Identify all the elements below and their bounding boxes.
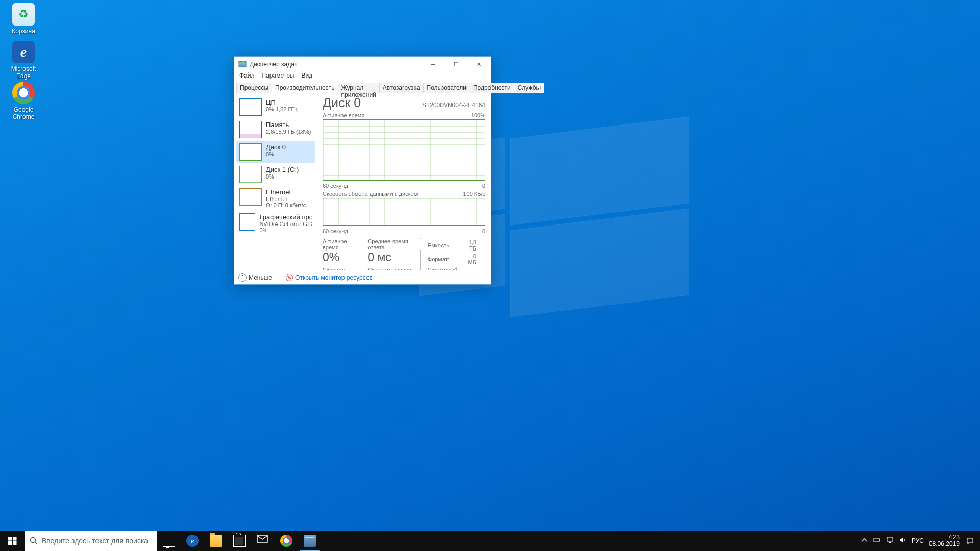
gpu-spark-icon	[239, 213, 255, 231]
menu-bar: Файл Параметры Вид	[234, 72, 491, 82]
sidebar-item-memory[interactable]: Память 2,8/15,9 ГБ (18%)	[236, 119, 315, 140]
window-titlebar[interactable]: Диспетчер задач ─ ☐ ✕	[234, 57, 491, 72]
svg-rect-7	[257, 535, 267, 542]
sidebar-item-gpu[interactable]: Графический процессор NVIDIA GeForce GTX…	[236, 211, 315, 235]
menu-file[interactable]: Файл	[238, 72, 256, 82]
sidebar-item-sub2: 0%	[259, 227, 312, 233]
recycle-bin-icon	[12, 3, 35, 26]
svg-rect-12	[967, 538, 973, 543]
desktop-icon-recycle-bin[interactable]: Корзина	[3, 3, 44, 35]
graph2-label: Скорость обмена данными с диском	[323, 191, 418, 197]
graph2-xright: 0	[482, 228, 485, 234]
open-resource-monitor-link[interactable]: Открыть монитор ресурсов	[286, 274, 373, 281]
detail-stats: Активное время 0% Скорость чтения 0 КБ/с…	[323, 238, 485, 270]
disk-spark-icon	[239, 166, 262, 183]
desktop-icon-label: Microsoft Edge	[3, 65, 44, 80]
tray-language[interactable]: РУС	[912, 537, 924, 544]
sidebar-item-cpu[interactable]: ЦП 0% 1,52 ГГц	[236, 96, 315, 118]
sidebar-item-sub: 0%	[266, 173, 299, 180]
search-icon	[30, 537, 38, 545]
tab-strip: Процессы Производительность Журнал прило…	[234, 82, 491, 93]
taskbar-app-mail[interactable]	[251, 531, 275, 551]
chrome-icon	[12, 82, 35, 104]
fewer-details-label: Меньше	[249, 274, 272, 281]
fewer-details-button[interactable]: ˄ Меньше	[238, 273, 272, 282]
stat-label: Скорость чтения	[323, 267, 356, 270]
menu-view[interactable]: Вид	[300, 72, 313, 82]
desktop-icon-label: Google Chrome	[3, 106, 44, 120]
task-manager-icon	[304, 535, 316, 547]
chrome-icon	[280, 535, 292, 547]
graph-throughput	[323, 198, 485, 226]
tab-processes[interactable]: Процессы	[236, 83, 272, 93]
folder-icon	[210, 535, 222, 547]
tray-volume-icon[interactable]	[899, 536, 906, 545]
start-button[interactable]	[0, 531, 24, 551]
taskbar-app-store[interactable]	[228, 531, 251, 551]
tray-date: 08.06.2019	[929, 541, 960, 547]
stat-label: Скорость записи	[368, 267, 413, 270]
sidebar-item-disk0[interactable]: Диск 0 0%	[236, 141, 315, 163]
tray-chevron-up[interactable]	[861, 536, 868, 545]
desktop-icon-edge[interactable]: Microsoft Edge	[3, 41, 44, 80]
sidebar-item-sub: Ethernet	[266, 196, 306, 202]
graph1-xleft: 60 секунд	[323, 183, 348, 189]
desktop-icon-chrome[interactable]: Google Chrome	[3, 82, 44, 120]
graph2-xleft: 60 секунд	[323, 228, 348, 234]
task-manager-icon	[238, 60, 247, 68]
sidebar-item-label: Память	[266, 121, 311, 129]
tray-clock[interactable]: 7:23 08.06.2019	[929, 534, 960, 547]
task-view-button[interactable]	[157, 531, 181, 551]
tab-app-history[interactable]: Журнал приложений	[338, 83, 380, 93]
window-status-bar: ˄ Меньше | Открыть монитор ресурсов	[234, 270, 491, 284]
stat-value: 0%	[323, 251, 356, 264]
tab-services[interactable]: Службы	[514, 83, 544, 93]
tray-network-icon[interactable]	[886, 536, 894, 545]
minimize-button[interactable]: ─	[422, 57, 445, 72]
svg-rect-10	[887, 537, 893, 541]
task-view-icon	[163, 535, 175, 547]
tab-performance[interactable]: Производительность	[272, 83, 338, 93]
sidebar-item-label: Диск 1 (C:)	[266, 166, 299, 173]
graph-active-time	[323, 119, 485, 181]
svg-rect-8	[874, 538, 879, 542]
svg-line-6	[35, 542, 38, 545]
windows-logo-icon	[8, 537, 17, 545]
system-tray: РУС 7:23 08.06.2019	[855, 531, 980, 551]
sidebar-item-ethernet[interactable]: Ethernet Ethernet О: 0 П: 0 кбит/с	[236, 186, 315, 210]
disk-spark-icon	[239, 143, 262, 161]
svg-rect-3	[8, 541, 12, 545]
tab-users[interactable]: Пользователи	[423, 83, 470, 93]
svg-rect-2	[13, 537, 17, 541]
taskbar-app-task-manager[interactable]	[298, 531, 322, 551]
sidebar-item-label: ЦП	[266, 98, 298, 106]
sidebar-item-disk1[interactable]: Диск 1 (C:) 0%	[236, 164, 315, 185]
taskbar-app-chrome[interactable]	[275, 531, 298, 551]
chevron-up-icon: ˄	[238, 273, 247, 282]
close-button[interactable]: ✕	[468, 57, 491, 72]
maximize-button[interactable]: ☐	[445, 57, 468, 72]
performance-sidebar: ЦП 0% 1,52 ГГц Память 2,8/15,9 ГБ (18%) …	[234, 93, 315, 270]
graph1-max: 100%	[471, 112, 485, 118]
mail-icon	[257, 535, 269, 547]
tab-startup[interactable]: Автозагрузка	[379, 83, 424, 93]
taskbar-app-edge[interactable]: e	[181, 531, 204, 551]
svg-rect-1	[8, 537, 12, 541]
graph2-max: 100 КБ/с	[463, 191, 485, 197]
sidebar-item-label: Графический процессор	[259, 213, 312, 221]
sidebar-item-sub: NVIDIA GeForce GTX 1660	[259, 221, 312, 227]
tray-battery-icon[interactable]	[873, 536, 881, 545]
tray-notifications[interactable]	[965, 532, 975, 549]
stat-value: 0 мс	[368, 251, 413, 264]
tab-details[interactable]: Подробности	[470, 83, 514, 93]
taskbar-search[interactable]: Введите здесь текст для поиска	[24, 531, 157, 551]
sidebar-item-label: Ethernet	[266, 188, 306, 196]
taskbar-app-explorer[interactable]	[204, 531, 228, 551]
store-icon	[233, 535, 246, 547]
prohibited-icon	[286, 274, 293, 281]
graph1-label: Активное время	[323, 112, 364, 118]
menu-options[interactable]: Параметры	[261, 72, 296, 82]
window-title: Диспетчер задач	[250, 61, 422, 68]
disk-properties-table: Емкость:1,8 ТБ Формат:0 МБ Системный дис…	[427, 238, 480, 270]
svg-rect-9	[879, 539, 880, 541]
